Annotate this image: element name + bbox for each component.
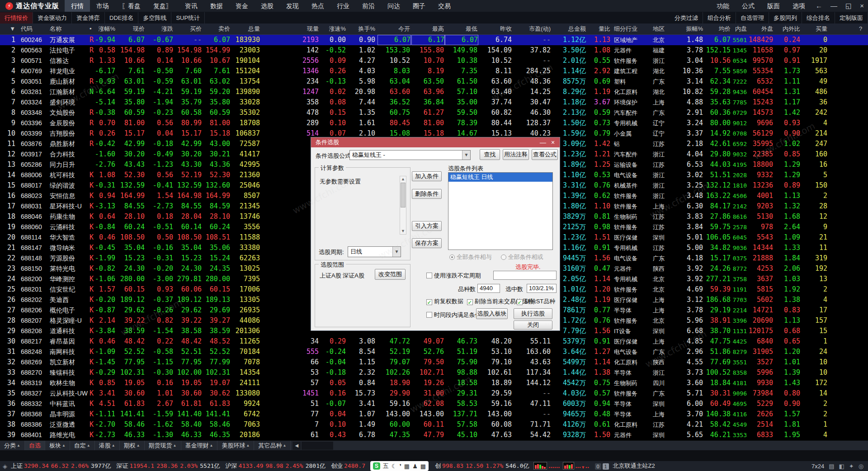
power-icon[interactable]: ◎ bbox=[859, 463, 863, 470]
menu-item-资讯[interactable]: 资讯 bbox=[179, 0, 204, 12]
column-header-▼[interactable]: ▼ bbox=[2, 24, 15, 34]
table-row[interactable]: 1600246万通发展R-9.946.07-0.67--6.0718393021… bbox=[0, 35, 868, 45]
menu-item-市场[interactable]: 市场 bbox=[90, 0, 115, 12]
index-quote-沪深[interactable]: 沪深4133.4998.982.45%2801亿 bbox=[222, 462, 327, 469]
column-header-振幅%[interactable]: 振幅% bbox=[674, 24, 703, 34]
table-row[interactable]: 38688386泛亚微透K-2.7058.46-1.6258.4058.4670… bbox=[0, 419, 868, 430]
bottom-tab-期权[interactable]: 期权▲ bbox=[120, 441, 145, 451]
bottom-tab-港股[interactable]: 港股▲ bbox=[95, 441, 120, 451]
condition-listbox[interactable]: 稳赢短线王 日线 bbox=[448, 172, 553, 250]
column-header-涨跌[interactable]: 涨跌 bbox=[143, 24, 173, 34]
column-header-最高[interactable]: 最高 bbox=[411, 24, 444, 34]
satellite-icon[interactable]: ✦ bbox=[849, 463, 854, 470]
menu-item-问达[interactable]: 问达 bbox=[381, 0, 406, 12]
table-row[interactable]: 7603324盛剑环境-5.1435.80-1.9435.7935.803302… bbox=[0, 97, 868, 108]
chevron-down-icon[interactable]: ▼ bbox=[462, 151, 470, 160]
execute-pick-button[interactable]: 执行选股 bbox=[514, 308, 552, 319]
formula-combobox[interactable]: 稳赢短线王 - ▼ bbox=[349, 150, 471, 160]
table-row[interactable]: 8603348文灿股份R-0.3860.59-0.2360.5860.59353… bbox=[0, 108, 868, 118]
column-header-细分行业[interactable]: 细分行业 bbox=[614, 24, 659, 34]
close-button[interactable]: 关闭 bbox=[514, 320, 552, 330]
table-row[interactable]: 33688270臻镭科技K-0.29102.31-0.30102.00102.3… bbox=[0, 367, 868, 378]
menu-item-资金[interactable]: 资金 bbox=[229, 0, 255, 12]
menu-item-选项[interactable]: 选项 bbox=[786, 0, 811, 12]
period-dropdown[interactable]: 日线 ▼ bbox=[348, 246, 401, 257]
pick-to-block-button[interactable]: 选股入板块 bbox=[476, 308, 508, 319]
table-row[interactable]: 36688332中科蓝讯K4.5161.832.6761.8161.839924… bbox=[0, 399, 868, 409]
table-row[interactable]: 3600571信雅达R1.3310.660.1410.6610.67190104… bbox=[0, 56, 868, 66]
keyboard-icon[interactable]: ▤ bbox=[829, 463, 834, 470]
dialog-close-icon[interactable]: × bbox=[548, 137, 558, 147]
column-header-外盘[interactable]: 外盘 bbox=[745, 24, 773, 34]
table-row[interactable]: 39688401路维光电K-2.7346.33-1.3046.3346.3520… bbox=[0, 430, 868, 440]
ime-toolbar[interactable]: S五☾❜▦♟▩ bbox=[370, 461, 429, 471]
menu-item-行情[interactable]: 行情 bbox=[65, 0, 90, 12]
table-row[interactable]: 5603051鹿山新材R-0.9363.01-0.5963.0163.02137… bbox=[0, 76, 868, 87]
dialog-minimize-icon[interactable]: — bbox=[538, 137, 548, 147]
updown-period-checkbox[interactable]: 使用涨跌不定周期 bbox=[426, 272, 481, 280]
table-row[interactable]: 4600769祥龙电业-6.177.61-0.507.607.611512041… bbox=[0, 66, 868, 76]
index-quote-创[interactable]: 创998.8312.501.27%546.0亿 bbox=[431, 462, 531, 469]
bottom-tab-期货现货[interactable]: 期货现货▲ bbox=[145, 441, 181, 451]
column-header-内盘[interactable]: 内盘 bbox=[729, 24, 747, 34]
toolbar-item-组合分析[interactable]: 组合分析 bbox=[703, 12, 736, 24]
bottom-tab-其它品种[interactable]: 其它品种▲ bbox=[254, 441, 291, 451]
column-header-总量[interactable]: 总量 bbox=[227, 24, 260, 34]
toolbar-item-多空阵线[interactable]: 多空阵线 bbox=[138, 12, 171, 24]
index-quote-上证[interactable]: 上证3290.3466.322.06%3977亿 bbox=[7, 462, 113, 469]
menu-item-发现[interactable]: 发现 bbox=[280, 0, 305, 12]
radio-all-or[interactable]: 全部条件相或 bbox=[501, 253, 543, 261]
menu-item-热点[interactable]: 热点 bbox=[305, 0, 330, 12]
column-header-内外比[interactable]: 内外比 bbox=[775, 24, 800, 34]
monitor-icon[interactable]: ◧ bbox=[839, 463, 844, 470]
back-icon[interactable]: ← bbox=[811, 0, 826, 12]
menu-item-版面[interactable]: 版面 bbox=[761, 0, 786, 12]
params-scrollbar[interactable]: ▲ ▼ bbox=[400, 176, 406, 235]
restore-icon[interactable]: ◱ bbox=[841, 0, 856, 12]
index-quote-深证[interactable]: 深证11954.1238.362.03%5521亿 bbox=[113, 462, 222, 469]
minimize-icon[interactable]: — bbox=[826, 0, 841, 12]
menu-item-数据[interactable]: 数据 bbox=[204, 0, 229, 12]
radio-all-and[interactable]: 全部条件相与 bbox=[449, 253, 492, 261]
toolbar-item-资金博弈[interactable]: 资金博弈 bbox=[72, 12, 105, 24]
toolbar-item-DDE排名[interactable]: DDE排名 bbox=[105, 12, 138, 24]
view-formula-button[interactable]: 查看公式 bbox=[532, 149, 558, 160]
tab-scroll-left-icon[interactable]: ◀ bbox=[292, 442, 301, 450]
bottom-tab-自选[interactable]: 自选 bbox=[25, 441, 45, 451]
column-header-现量[interactable]: 现量 bbox=[292, 24, 319, 34]
scroll-up-icon[interactable]: ▲ bbox=[400, 176, 406, 182]
menu-item-行业[interactable]: 行业 bbox=[330, 0, 356, 12]
column-header-均价[interactable]: 均价 bbox=[701, 24, 731, 34]
remove-st-checkbox[interactable]: ✓ 剔除ST品种 bbox=[517, 297, 555, 306]
bottom-tab-分类[interactable]: 分类▲ bbox=[0, 441, 25, 451]
forward-adjust-checkbox[interactable]: ✓ 前复权数据 bbox=[426, 297, 463, 306]
updown-period-field[interactable] bbox=[493, 271, 557, 280]
find-button[interactable]: 查找 bbox=[480, 149, 500, 160]
column-header-现价[interactable]: 现价 bbox=[113, 24, 145, 34]
index-quote-创业[interactable]: 创业2480.7 bbox=[327, 462, 368, 469]
column-header-代码[interactable]: 代码 bbox=[21, 24, 50, 34]
menu-item-圈子[interactable]: 圈子 bbox=[406, 0, 432, 12]
toolbar-item-自选管理[interactable]: 自选管理 bbox=[736, 12, 769, 24]
bottom-tab-板块[interactable]: 板块▲ bbox=[45, 441, 70, 451]
column-header-涨幅%[interactable]: 涨幅% bbox=[84, 24, 115, 34]
column-header-换手%[interactable]: 换手% bbox=[348, 24, 375, 34]
table-row[interactable]: 9603396金辰股份R0.7081.000.5680.9981.0018708… bbox=[0, 118, 868, 128]
scroll-down-icon[interactable]: ▼ bbox=[400, 228, 406, 234]
menu-item-选股[interactable]: 选股 bbox=[255, 0, 280, 12]
menu-item-交易[interactable]: 交易 bbox=[432, 0, 457, 12]
dialog-title-bar[interactable]: 条件选股 — × bbox=[311, 137, 560, 147]
import-plan-button[interactable]: 引入方案 bbox=[412, 221, 442, 231]
toolbar-item-定制版面[interactable]: 定制版面 bbox=[835, 12, 868, 24]
timerange-checkbox[interactable]: 时间段内满足条件 bbox=[426, 311, 481, 319]
change-range-button[interactable]: 改变范围 bbox=[375, 269, 406, 280]
column-header-涨速%[interactable]: 涨速% bbox=[320, 24, 346, 34]
column-header-市盈(动)[interactable]: 市盈(动) bbox=[515, 24, 551, 34]
bottom-tab-美股环球[interactable]: 美股环球▲ bbox=[217, 441, 254, 451]
bottom-tab-基金理财[interactable]: 基金理财▲ bbox=[181, 441, 218, 451]
column-header-量比[interactable]: 量比 bbox=[587, 24, 610, 34]
table-row[interactable]: 37688368晶丰明源K-1.11141.41-1.59141.40141.4… bbox=[0, 409, 868, 419]
table-row[interactable]: 34688319欧林生物K0.8519.050.1619.0519.072411… bbox=[0, 378, 868, 388]
delete-condition-button[interactable]: 删除条件 bbox=[412, 189, 442, 199]
table-row[interactable]: 2600563法拉电子R0.58154.980.89154.98154.9923… bbox=[0, 45, 868, 56]
